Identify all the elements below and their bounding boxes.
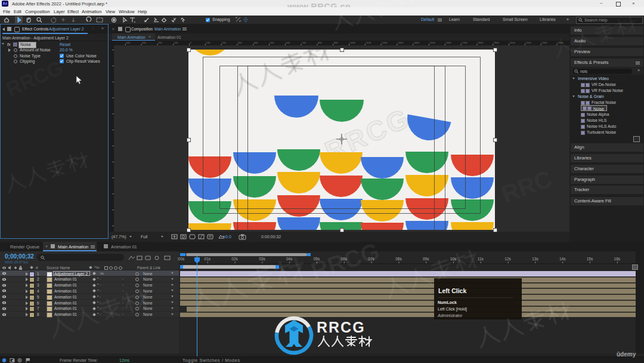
svg-text:1600: 1600 <box>445 41 451 44</box>
svg-text:13s: 13s <box>532 257 538 261</box>
svg-text:1300: 1300 <box>398 41 404 44</box>
svg-text:200: 200 <box>222 41 227 44</box>
svg-text:09s: 09s <box>423 257 429 261</box>
svg-text:1500: 1500 <box>430 41 436 44</box>
svg-text:2100: 2100 <box>525 41 531 44</box>
svg-text:700: 700 <box>302 41 306 44</box>
svg-text:15s: 15s <box>587 257 593 261</box>
svg-text:1800: 1800 <box>478 41 484 44</box>
svg-text:14s: 14s <box>559 257 566 261</box>
svg-text:900: 900 <box>334 41 339 44</box>
svg-text:100: 100 <box>206 41 210 44</box>
svg-text:2000: 2000 <box>510 41 516 44</box>
svg-text:1100: 1100 <box>366 41 371 44</box>
svg-text:600: 600 <box>286 41 290 44</box>
svg-text:300: 300 <box>238 41 243 44</box>
svg-text:02s: 02s <box>231 257 238 261</box>
svg-text:500: 500 <box>270 41 275 44</box>
svg-text:0: 0 <box>190 41 192 44</box>
svg-text:1700: 1700 <box>462 41 467 44</box>
svg-text:01s: 01s <box>205 257 211 261</box>
svg-text:03s: 03s <box>259 257 265 261</box>
svg-text:1900: 1900 <box>494 41 500 44</box>
svg-text:2200: 2200 <box>541 41 547 44</box>
svg-text:400: 400 <box>254 41 259 44</box>
svg-text:800: 800 <box>318 41 323 44</box>
svg-text:08s: 08s <box>395 257 402 261</box>
svg-text:1400: 1400 <box>414 41 420 44</box>
svg-text:12s: 12s <box>504 257 511 261</box>
svg-text:100: 100 <box>174 41 179 44</box>
svg-text:16s: 16s <box>614 257 621 261</box>
svg-text:200: 200 <box>158 41 163 44</box>
svg-text:1200: 1200 <box>382 41 388 44</box>
svg-text:400: 400 <box>126 41 131 44</box>
svg-text:300: 300 <box>142 41 147 44</box>
svg-text:1000: 1000 <box>350 41 356 44</box>
